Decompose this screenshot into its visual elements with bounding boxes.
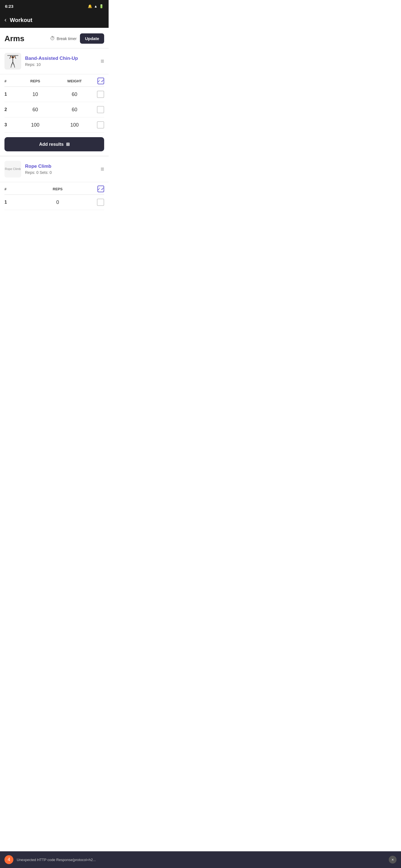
exercise-band-chin-up-section: Band-Assisted Chin-Up Reps: 10 ≡ # REPS … (0, 49, 109, 156)
rope-thumbnail-label: Rope Climb (5, 167, 21, 171)
table-row: 1 10 60 (4, 87, 104, 102)
reps-table-header: # REPS ✓ (4, 182, 104, 195)
table-row: 1 0 (4, 195, 104, 210)
svg-line-8 (13, 62, 14, 65)
check-all-button[interactable]: ✓ (97, 78, 104, 84)
add-results-button[interactable]: Add results ⊞ (4, 137, 104, 151)
nav-title: Workout (10, 17, 32, 23)
table-row: 2 60 60 (4, 102, 104, 117)
add-results-icon: ⊞ (66, 142, 69, 147)
set-check (94, 106, 104, 113)
rope-climb-menu-icon[interactable]: ≡ (101, 165, 104, 173)
exercise-band-chin-up-header: Band-Assisted Chin-Up Reps: 10 ≡ (0, 49, 109, 74)
set-weight-value[interactable]: 60 (55, 92, 94, 97)
svg-line-9 (11, 65, 11, 68)
col-header-check: ✓ (94, 78, 104, 84)
exercise-name: Band-Assisted Chin-Up (25, 56, 97, 61)
rope-climb-info: Rope Climb Reps: 0 Sets: 0 (25, 163, 97, 175)
wifi-icon: ▲ (94, 4, 97, 8)
reps-set-value[interactable]: 0 (21, 199, 94, 205)
svg-line-6 (15, 56, 16, 59)
reps-set-number: 1 (4, 200, 21, 205)
header-actions: ⏱ Break timer Update (50, 33, 104, 44)
nav-bar: ‹ Workout (0, 12, 109, 28)
update-button[interactable]: Update (80, 33, 104, 44)
status-bar: 6:23 🔔 ▲ 🔋 (0, 0, 109, 12)
exercise-thumbnail (4, 53, 21, 69)
back-button[interactable]: ‹ (4, 17, 6, 24)
set-check (94, 91, 104, 98)
main-content: Arms ⏱ Break timer Update (0, 28, 109, 210)
reps-checkbox-input[interactable] (97, 199, 104, 206)
rope-climb-meta: Reps: 0 Sets: 0 (25, 170, 97, 175)
battery-icon: 🔋 (99, 4, 104, 8)
set-number: 3 (4, 122, 16, 127)
svg-line-7 (11, 62, 13, 65)
svg-point-1 (12, 56, 14, 58)
break-timer-label: Break timer (57, 36, 77, 41)
add-results-label: Add results (39, 142, 63, 147)
sets-table: # REPS WEIGHT ✓ 1 10 60 2 60 60 (0, 74, 109, 133)
set-checkbox-input[interactable] (97, 91, 104, 98)
exercise-rope-climb-section: Rope Climb Rope Climb Reps: 0 Sets: 0 ≡ … (0, 156, 109, 210)
exercise-menu-icon[interactable]: ≡ (101, 58, 104, 65)
reps-col-header-check: ✓ (94, 186, 104, 192)
set-weight-value[interactable]: 100 (55, 122, 94, 128)
notification-dot-icon: 🔔 (88, 4, 92, 8)
svg-line-10 (14, 65, 15, 68)
set-checkbox-input[interactable] (97, 106, 104, 113)
set-number: 1 (4, 92, 16, 97)
timer-icon: ⏱ (50, 36, 55, 41)
exercise-info: Band-Assisted Chin-Up Reps: 10 (25, 56, 97, 67)
reps-col-header-num: # (4, 187, 21, 191)
col-header-num: # (4, 79, 16, 83)
col-header-reps: REPS (16, 79, 55, 83)
status-time: 6:23 (5, 4, 13, 9)
svg-rect-0 (7, 55, 18, 56)
set-reps-value[interactable]: 60 (16, 107, 55, 113)
set-check (94, 121, 104, 128)
set-reps-value[interactable]: 10 (16, 92, 55, 97)
workout-header: Arms ⏱ Break timer Update (0, 28, 109, 49)
set-number: 2 (4, 107, 16, 112)
reps-only-table: # REPS ✓ 1 0 (0, 182, 109, 210)
exercise-rope-climb-header: Rope Climb Rope Climb Reps: 0 Sets: 0 ≡ (0, 156, 109, 182)
reps-col-header-reps: REPS (21, 187, 94, 191)
svg-line-5 (10, 56, 11, 59)
table-row: 3 100 100 (4, 117, 104, 133)
rope-climb-name: Rope Climb (25, 163, 97, 169)
status-icons: 🔔 ▲ 🔋 (88, 4, 104, 8)
reps-check-all-button[interactable]: ✓ (97, 186, 104, 192)
exercise-meta: Reps: 10 (25, 62, 97, 67)
break-timer-button[interactable]: ⏱ Break timer (50, 36, 77, 41)
col-header-weight: WEIGHT (55, 79, 94, 83)
set-weight-value[interactable]: 60 (55, 107, 94, 113)
set-checkbox-input[interactable] (97, 121, 104, 128)
set-reps-value[interactable]: 100 (16, 122, 55, 128)
rope-climb-thumbnail: Rope Climb (4, 161, 21, 178)
reps-set-check (94, 199, 104, 206)
sets-header: # REPS WEIGHT ✓ (4, 74, 104, 87)
workout-name: Arms (4, 34, 25, 43)
